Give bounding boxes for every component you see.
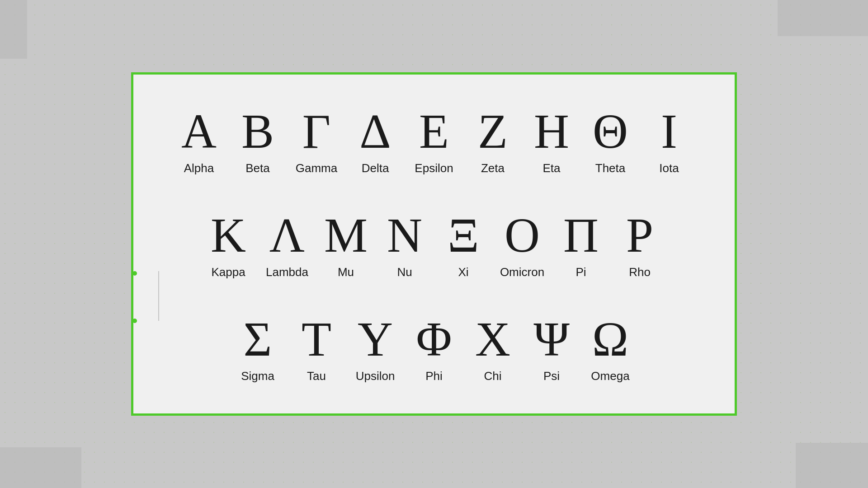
row-1: ΑΒΓΔΕΖΗΘΙAlphaBetaGammaDeltaEpsilonZetaE… bbox=[160, 105, 708, 175]
greek-symbol-lambda: Λ bbox=[258, 209, 316, 263]
greek-symbol-sigma: Σ bbox=[228, 313, 287, 366]
greek-name-zeta: Zeta bbox=[463, 161, 522, 175]
greek-name-alpha: Alpha bbox=[170, 161, 228, 175]
greek-symbol-pi: Π bbox=[552, 209, 610, 263]
greek-symbol-upsilon: Υ bbox=[346, 313, 405, 366]
greek-symbol-gamma: Γ bbox=[287, 105, 346, 159]
greek-symbol-xi: Ξ bbox=[434, 209, 493, 263]
corner-overlay-bl bbox=[0, 447, 81, 488]
greek-symbol-beta: Β bbox=[228, 105, 287, 159]
greek-name-gamma: Gamma bbox=[287, 161, 346, 175]
corner-overlay-tr bbox=[778, 0, 868, 36]
vertical-line bbox=[158, 271, 159, 321]
greek-name-tau: Tau bbox=[287, 369, 346, 383]
greek-symbol-alpha: Α bbox=[170, 105, 228, 159]
greek-name-lambda: Lambda bbox=[258, 265, 316, 279]
greek-symbol-omega: Ω bbox=[581, 313, 640, 366]
greek-symbol-chi: Χ bbox=[463, 313, 522, 366]
greek-name-epsilon: Epsilon bbox=[405, 161, 463, 175]
greek-symbol-nu: Ν bbox=[375, 209, 434, 263]
greek-name-xi: Xi bbox=[434, 265, 493, 279]
greek-name-eta: Eta bbox=[522, 161, 581, 175]
names-line-3: SigmaTauUpsilonPhiChiPsiOmega bbox=[160, 369, 708, 383]
symbols-line-1: ΑΒΓΔΕΖΗΘΙ bbox=[160, 105, 708, 159]
greek-symbol-phi: Φ bbox=[405, 313, 463, 366]
row-3: ΣΤΥΦΧΨΩSigmaTauUpsilonPhiChiPsiOmega bbox=[160, 313, 708, 383]
greek-name-chi: Chi bbox=[463, 369, 522, 383]
greek-name-theta: Theta bbox=[581, 161, 640, 175]
greek-name-phi: Phi bbox=[405, 369, 463, 383]
greek-name-sigma: Sigma bbox=[228, 369, 287, 383]
greek-name-upsilon: Upsilon bbox=[346, 369, 405, 383]
greek-symbol-iota: Ι bbox=[640, 105, 698, 159]
greek-name-nu: Nu bbox=[375, 265, 434, 279]
greek-name-rho: Rho bbox=[610, 265, 669, 279]
green-dot-2 bbox=[132, 319, 137, 323]
greek-symbol-zeta: Ζ bbox=[463, 105, 522, 159]
greek-symbol-psi: Ψ bbox=[522, 313, 581, 366]
names-line-2: KappaLambdaMuNuXiOmicronPiRho bbox=[160, 265, 708, 279]
greek-name-kappa: Kappa bbox=[199, 265, 258, 279]
greek-name-mu: Mu bbox=[316, 265, 375, 279]
greek-name-psi: Psi bbox=[522, 369, 581, 383]
greek-symbol-tau: Τ bbox=[287, 313, 346, 366]
row-2: ΚΛΜΝΞΟΠΡKappaLambdaMuNuXiOmicronPiRho bbox=[160, 209, 708, 279]
names-line-1: AlphaBetaGammaDeltaEpsilonZetaEtaThetaIo… bbox=[160, 161, 708, 175]
greek-symbol-rho: Ρ bbox=[610, 209, 669, 263]
greek-symbol-mu: Μ bbox=[316, 209, 375, 263]
corner-overlay-br bbox=[796, 443, 868, 488]
greek-symbol-kappa: Κ bbox=[199, 209, 258, 263]
greek-symbol-eta: Η bbox=[522, 105, 581, 159]
symbols-line-3: ΣΤΥΦΧΨΩ bbox=[160, 313, 708, 366]
greek-symbol-theta: Θ bbox=[581, 105, 640, 159]
greek-symbol-delta: Δ bbox=[346, 105, 405, 159]
greek-alphabet-card: ΑΒΓΔΕΖΗΘΙAlphaBetaGammaDeltaEpsilonZetaE… bbox=[131, 72, 737, 416]
greek-name-delta: Delta bbox=[346, 161, 405, 175]
greek-name-omega: Omega bbox=[581, 369, 640, 383]
greek-name-beta: Beta bbox=[228, 161, 287, 175]
greek-symbol-omicron: Ο bbox=[493, 209, 552, 263]
corner-overlay-tl bbox=[0, 0, 27, 59]
greek-symbol-epsilon: Ε bbox=[405, 105, 463, 159]
greek-name-iota: Iota bbox=[640, 161, 698, 175]
greek-name-pi: Pi bbox=[552, 265, 610, 279]
green-dot-1 bbox=[132, 271, 137, 276]
greek-name-omicron: Omicron bbox=[493, 265, 552, 279]
symbols-line-2: ΚΛΜΝΞΟΠΡ bbox=[160, 209, 708, 263]
